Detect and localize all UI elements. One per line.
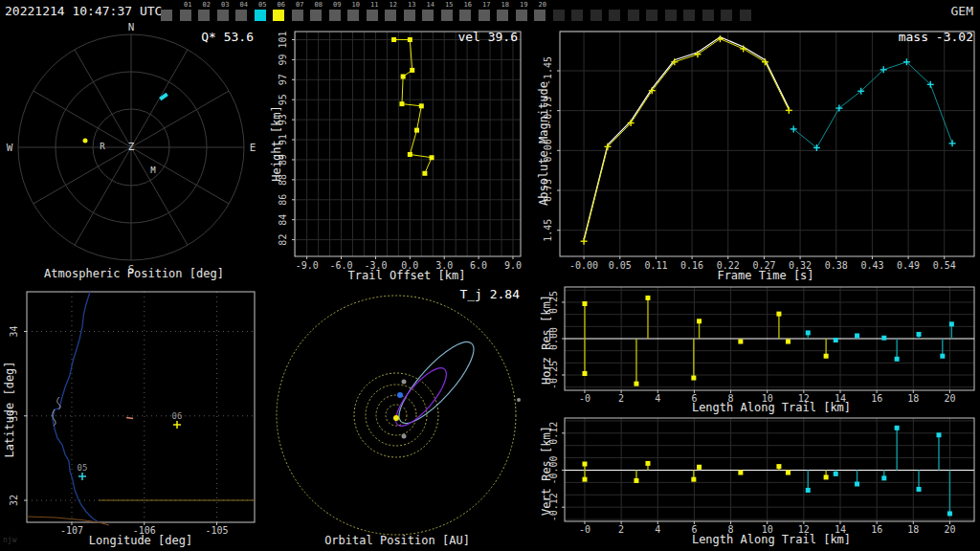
orbital-position-plot: [268, 283, 526, 536]
svg-text:34: 34: [9, 325, 19, 337]
app-root: 20221214 10:47:37 UTC 010203040506070809…: [0, 0, 980, 551]
frame-thumbnail-box[interactable]: [310, 10, 322, 21]
frame-box-02[interactable]: 02: [198, 2, 211, 21]
svg-text:-0: -0: [579, 524, 590, 535]
frame-thumbnail-box: [665, 10, 677, 21]
stem-station_06: [824, 474, 829, 479]
meteor-streak: [159, 93, 168, 100]
frame-thumbnail-box[interactable]: [217, 10, 229, 21]
frame-thumbnail-box[interactable]: [404, 10, 415, 21]
frame-thumbnail-box[interactable]: [516, 10, 527, 21]
stem-station_06: [738, 471, 743, 475]
frame-thumbnail-box[interactable]: [347, 10, 359, 21]
stem-station_06: [786, 340, 791, 344]
series-station_06: [584, 39, 789, 242]
frame-number-label: 09: [329, 2, 342, 9]
stem-station_06: [691, 477, 696, 482]
frame-box-unused: [740, 2, 752, 21]
frame-thumbnail-box[interactable]: [273, 10, 284, 21]
frame-box-14[interactable]: 14: [422, 2, 434, 21]
stem-station_06: [697, 319, 702, 323]
series-model_fit: [584, 37, 789, 240]
frame-box-06[interactable]: 06: [273, 2, 285, 21]
frame-number-label: 01: [180, 2, 192, 9]
frame-box-10[interactable]: 10: [347, 2, 360, 21]
frame-number-label: 03: [217, 2, 230, 9]
frame-box-05[interactable]: 05: [255, 2, 267, 21]
frame-box-01[interactable]: 01: [180, 2, 192, 21]
frame-box-unused: [628, 2, 640, 21]
map-xlabel: Longitude [deg]: [16, 534, 265, 547]
frame-box-unused: [702, 2, 715, 21]
trail-offset-plot: -9.0-6.0-3.00.03.06.09.01019997959391898…: [268, 23, 522, 283]
frame-box-blank: [161, 2, 173, 21]
orbit-title: Orbital Position [AU]: [273, 534, 522, 547]
frame-thumbnail-box[interactable]: [422, 10, 434, 21]
frame-box-20[interactable]: 20: [534, 2, 546, 21]
frame-number-blank: [553, 2, 566, 9]
frame-number-blank: [646, 2, 658, 9]
frame-thumbnail-box[interactable]: [441, 10, 453, 21]
frame-thumbnail-box[interactable]: [534, 10, 546, 21]
frame-box-08[interactable]: 08: [310, 2, 323, 21]
frame-box-unused: [683, 2, 696, 21]
frame-number-blank: [665, 2, 678, 9]
mass-stat: mass -3.02: [813, 30, 973, 44]
horz-res-ylabel: Horz Res [km]: [540, 277, 553, 402]
svg-text:86: 86: [278, 194, 288, 206]
tisserand-stat: T_j 2.84: [397, 287, 520, 301]
frame-box-07[interactable]: 07: [292, 2, 304, 21]
frame-number-blank: [609, 2, 621, 9]
svg-text:E: E: [250, 142, 256, 154]
frame-box-11[interactable]: 11: [367, 2, 379, 21]
stem-station_06: [776, 464, 781, 469]
frame-number-blank: [628, 2, 640, 9]
svg-text:101: 101: [278, 31, 288, 48]
frame-box-18[interactable]: 18: [497, 2, 509, 21]
svg-text:20: 20: [944, 524, 955, 535]
frame-box-09[interactable]: 09: [329, 2, 342, 21]
frame-box-unused: [609, 2, 621, 21]
frame-thumbnail-box[interactable]: [235, 10, 247, 21]
stem-station_06: [634, 478, 638, 483]
frame-box-17[interactable]: 17: [479, 2, 491, 21]
station-06-point: [83, 139, 88, 143]
stem-station_05: [917, 332, 922, 337]
sun: [393, 415, 399, 421]
frame-box-15[interactable]: 15: [441, 2, 454, 21]
atmospheric-position-plot: NESWRZM: [0, 23, 268, 283]
station-06-label: 06: [172, 411, 183, 421]
station-05-label: 05: [78, 463, 88, 473]
frame-number-label: 07: [292, 2, 304, 9]
frame-thumbnail-box[interactable]: [198, 10, 210, 21]
planet-gray-lower: [402, 434, 407, 439]
frame-box-unused: [665, 2, 678, 21]
frame-box-12[interactable]: 12: [385, 2, 397, 21]
frame-thumbnail-box[interactable]: [459, 10, 471, 21]
frame-number-blank: [683, 2, 696, 9]
frame-thumbnail-box[interactable]: [479, 10, 490, 21]
velocity-stat: vel 39.6: [383, 30, 518, 44]
trail-ylabel: Height [km]: [270, 96, 283, 191]
frame-thumbnail-box[interactable]: [497, 10, 508, 21]
series-station_05: [793, 62, 952, 148]
frame-thumbnail-box: [609, 10, 620, 21]
frame-box-19[interactable]: 19: [516, 2, 528, 21]
frame-thumbnail-box[interactable]: [367, 10, 378, 21]
stem-station_06: [582, 477, 587, 482]
frame-box-04[interactable]: 04: [235, 2, 248, 21]
frame-box-16[interactable]: 16: [459, 2, 472, 21]
stem-station_05: [855, 333, 859, 338]
frame-thumbnail-box[interactable]: [329, 10, 341, 21]
stem-station_06: [645, 461, 650, 466]
svg-text:32: 32: [9, 495, 19, 506]
stem-station_05: [834, 338, 838, 342]
stem-station_05: [949, 321, 954, 326]
frame-thumbnail-box[interactable]: [292, 10, 303, 21]
frame-box-03[interactable]: 03: [217, 2, 230, 21]
frame-thumbnail-box[interactable]: [385, 10, 396, 21]
stem-station_06: [582, 301, 587, 306]
frame-thumbnail-box[interactable]: [180, 10, 191, 21]
frame-thumbnail-box[interactable]: [255, 10, 266, 21]
frame-box-13[interactable]: 13: [404, 2, 416, 21]
